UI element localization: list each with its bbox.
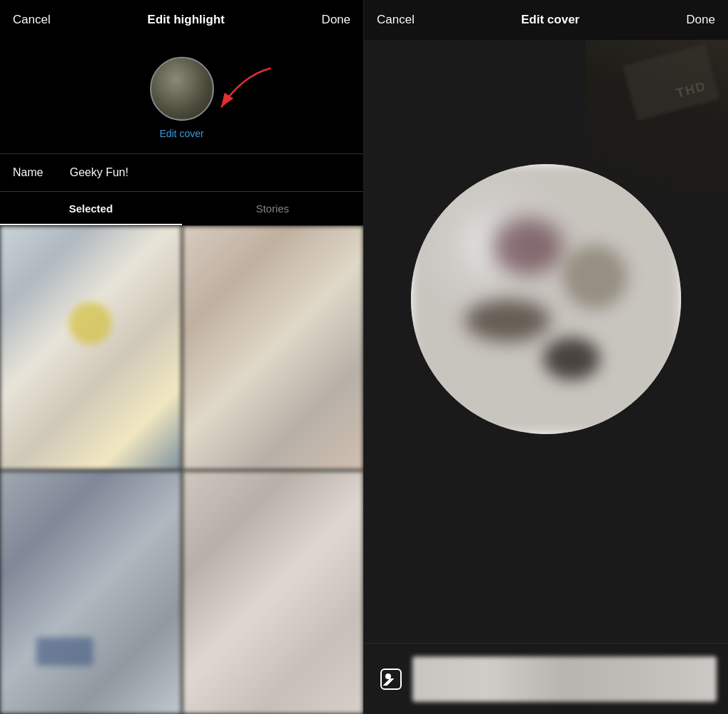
right-background	[364, 40, 728, 643]
arrow-icon	[207, 61, 278, 118]
blob-4	[543, 337, 600, 380]
right-cancel-button[interactable]: Cancel	[377, 13, 414, 27]
left-done-button[interactable]: Done	[321, 13, 350, 27]
large-cover-circle	[411, 164, 681, 434]
blob-3	[563, 245, 627, 309]
grid-cell-1[interactable]	[0, 226, 181, 470]
right-nav-title: Edit cover	[521, 13, 579, 27]
right-nav-bar: Cancel Edit cover Done	[364, 0, 728, 40]
left-panel: Cancel Edit highlight Done Edit cover Na…	[0, 0, 364, 714]
name-label: Name	[13, 166, 70, 179]
photo-library-button[interactable]	[375, 664, 407, 695]
cover-circle-preview	[150, 57, 214, 121]
cover-image	[151, 58, 213, 119]
right-panel: Cancel Edit cover Done	[364, 0, 728, 714]
tabs-bar: Selected Stories	[0, 192, 363, 226]
tab-selected[interactable]: Selected	[0, 192, 182, 225]
blob-1	[492, 218, 563, 275]
arrow-annotation	[207, 61, 278, 121]
bottom-thumbnail-bar	[364, 643, 728, 714]
left-cancel-button[interactable]: Cancel	[13, 13, 50, 27]
blob-2	[465, 299, 550, 342]
grid-cell-4[interactable]	[183, 471, 364, 715]
highlight-name-value: Geeky Fun!	[70, 166, 129, 179]
edit-cover-button[interactable]: Edit cover	[159, 128, 203, 139]
stories-grid[interactable]	[0, 226, 363, 714]
photo-library-icon	[380, 669, 402, 690]
circle-image-content	[411, 164, 681, 434]
cover-section: Edit cover	[0, 40, 363, 153]
right-done-button[interactable]: Done	[686, 13, 715, 27]
dark-background	[364, 40, 728, 643]
left-nav-bar: Cancel Edit highlight Done	[0, 0, 363, 40]
grid-cell-2[interactable]	[183, 226, 364, 470]
tab-stories[interactable]: Stories	[182, 192, 364, 225]
thumbnail-strip[interactable]	[412, 656, 717, 702]
left-nav-title: Edit highlight	[147, 13, 225, 27]
grid-cell-3[interactable]	[0, 471, 181, 715]
name-row: Name Geeky Fun!	[0, 154, 363, 191]
grid-container	[0, 226, 363, 714]
